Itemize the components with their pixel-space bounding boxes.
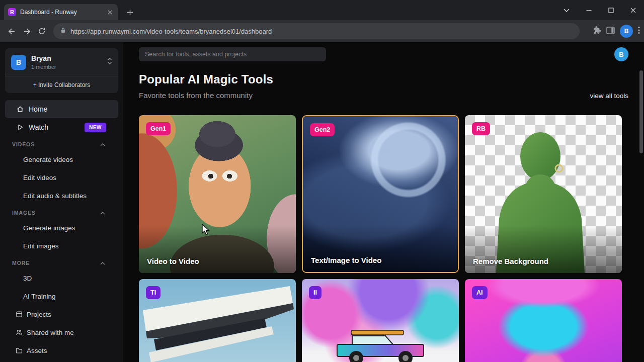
team-name: Bryan bbox=[31, 54, 56, 63]
tool-title: Remove Background bbox=[473, 257, 548, 265]
tool-card-ai[interactable]: AI bbox=[465, 279, 622, 362]
sidebar-item-home[interactable]: Home bbox=[5, 100, 118, 118]
building-art bbox=[139, 279, 296, 362]
search-input[interactable] bbox=[139, 47, 326, 61]
person-silhouette bbox=[465, 115, 622, 273]
section-header-videos[interactable]: VIDEOS bbox=[5, 139, 118, 149]
close-button[interactable] bbox=[622, 0, 644, 20]
tool-title: Text/Image to Video bbox=[311, 256, 381, 264]
team-card: B Bryan 1 member + Invite Collaborators bbox=[5, 48, 118, 93]
reload-button[interactable] bbox=[34, 24, 49, 39]
browser-toolbar: https://app.runwayml.com/video-tools/tea… bbox=[0, 20, 644, 42]
jeep-art bbox=[330, 327, 431, 362]
sidebar-item-label: Shared with me bbox=[27, 329, 74, 336]
team-member-count: 1 member bbox=[31, 64, 56, 70]
forward-button[interactable] bbox=[19, 24, 34, 39]
home-icon bbox=[16, 105, 24, 113]
chevron-up-icon bbox=[100, 210, 105, 216]
tab-strip: R Dashboard - Runway bbox=[0, 0, 644, 20]
sidebar-item-label: Watch bbox=[29, 123, 48, 131]
kebab-menu-icon[interactable] bbox=[638, 26, 640, 36]
tool-card-text-image-to-video[interactable]: Gen2 Text/Image to Video bbox=[302, 115, 459, 273]
tool-title: Video to Video bbox=[147, 257, 199, 265]
page-title: Popular AI Magic Tools bbox=[139, 72, 628, 86]
tool-badge: RB bbox=[472, 122, 490, 135]
sidebar-item-generate-videos[interactable]: Generate videos bbox=[5, 150, 118, 168]
minimize-button[interactable] bbox=[578, 0, 600, 20]
tool-card-ii[interactable]: II bbox=[302, 279, 459, 362]
tab-close-icon[interactable] bbox=[106, 8, 114, 16]
play-icon bbox=[16, 124, 24, 131]
sidebar-item-edit-videos[interactable]: Edit videos bbox=[5, 168, 118, 187]
extensions-puzzle-icon[interactable] bbox=[593, 26, 601, 36]
sidebar-item-generate-images[interactable]: Generate images bbox=[5, 219, 118, 237]
toolbar-right: B bbox=[593, 20, 640, 42]
card-art bbox=[465, 279, 622, 362]
sidebar: B Bryan 1 member + Invite Collaborators … bbox=[0, 42, 123, 362]
sidebar-item-assets[interactable]: Assets bbox=[5, 341, 118, 359]
tool-badge: AI bbox=[472, 286, 488, 299]
tool-card-remove-background[interactable]: RB Remove Background bbox=[465, 115, 622, 273]
view-all-tools-link[interactable]: view all tools bbox=[590, 92, 628, 100]
sidebar-item-ai-training[interactable]: AI Training bbox=[5, 287, 118, 305]
section-header-images[interactable]: IMAGES bbox=[5, 208, 118, 218]
main-content: B Popular AI Magic Tools Favorite tools … bbox=[123, 42, 644, 362]
tab-title: Dashboard - Runway bbox=[20, 9, 102, 16]
tool-card-video-to-video[interactable]: Gen1 Video to Video bbox=[139, 115, 296, 273]
section-label: VIDEOS bbox=[12, 141, 35, 147]
card-art bbox=[139, 115, 296, 273]
mouse-cursor bbox=[201, 224, 212, 236]
scrollbar-thumb[interactable] bbox=[639, 70, 643, 153]
tool-card-ti[interactable]: TI bbox=[139, 279, 296, 362]
user-avatar[interactable]: B bbox=[614, 47, 628, 61]
sidebar-item-3d[interactable]: 3D bbox=[5, 269, 118, 287]
runway-favicon-icon: R bbox=[8, 8, 16, 16]
page-subtitle: Favorite tools from the community bbox=[139, 91, 253, 100]
sidebar-item-edit-images[interactable]: Edit images bbox=[5, 237, 118, 255]
window-controls bbox=[555, 0, 644, 20]
runway-app: B Bryan 1 member + Invite Collaborators … bbox=[0, 42, 644, 362]
tools-grid: Gen1 Video to Video Gen2 Text/Image to V… bbox=[139, 115, 628, 362]
tool-badge: TI bbox=[146, 286, 160, 299]
new-badge: NEW bbox=[85, 123, 106, 132]
sidebar-item-label: Assets bbox=[27, 347, 47, 354]
sidebar-item-projects[interactable]: Projects bbox=[5, 305, 118, 323]
sidebar-item-label: Home bbox=[29, 105, 47, 113]
browser-window: R Dashboard - Runway bbox=[0, 0, 644, 362]
section-label: IMAGES bbox=[12, 210, 36, 216]
projects-icon bbox=[16, 311, 23, 318]
team-switcher-icon[interactable] bbox=[107, 57, 112, 67]
chevron-up-icon bbox=[100, 260, 105, 266]
team-avatar: B bbox=[11, 55, 26, 70]
people-icon bbox=[16, 329, 23, 336]
lock-icon bbox=[60, 27, 66, 36]
invite-collaborators-button[interactable]: + Invite Collaborators bbox=[5, 76, 118, 93]
card-art bbox=[303, 116, 458, 272]
sidebar-item-label: Projects bbox=[27, 311, 51, 318]
maximize-button[interactable] bbox=[600, 0, 622, 20]
url-text: https://app.runwayml.com/video-tools/tea… bbox=[70, 28, 272, 35]
tool-badge: Gen2 bbox=[310, 123, 335, 136]
sidebar-item-watch[interactable]: Watch NEW bbox=[5, 118, 118, 136]
back-button[interactable] bbox=[4, 24, 19, 39]
sidebar-item-edit-audio-subtitles[interactable]: Edit audio & subtitles bbox=[5, 187, 118, 205]
chevron-up-icon bbox=[100, 141, 105, 147]
folder-icon bbox=[16, 347, 23, 354]
browser-profile-avatar[interactable]: B bbox=[620, 25, 633, 38]
address-bar[interactable]: https://app.runwayml.com/video-tools/tea… bbox=[53, 23, 580, 39]
tool-badge: II bbox=[309, 286, 321, 299]
section-header-more[interactable]: MORE bbox=[5, 258, 118, 268]
browser-tab[interactable]: R Dashboard - Runway bbox=[4, 4, 118, 20]
team-switcher[interactable]: B Bryan 1 member bbox=[5, 48, 118, 76]
chevron-down-icon[interactable] bbox=[555, 0, 578, 20]
section-label: MORE bbox=[12, 260, 30, 266]
side-panel-icon[interactable] bbox=[606, 27, 615, 36]
sidebar-item-shared-with-me[interactable]: Shared with me bbox=[5, 323, 118, 341]
tool-badge: Gen1 bbox=[146, 122, 171, 135]
new-tab-button[interactable] bbox=[123, 5, 137, 19]
